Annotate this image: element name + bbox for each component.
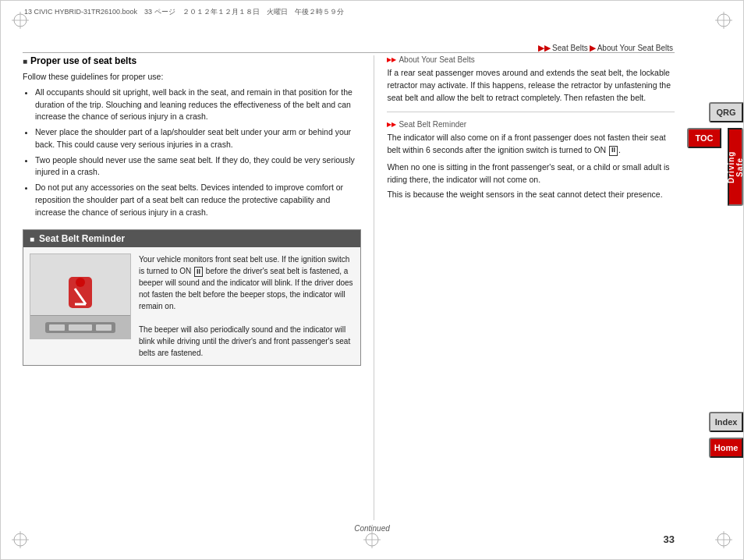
seatbelt-warning-icon: [61, 273, 100, 320]
breadcrumb: ▶▶ Seat Belts ▶ About Your Seat Belts: [538, 44, 673, 52]
tab-index[interactable]: Index: [709, 412, 743, 432]
file-bar-text: 13 CIVIC HYBRID-31TR26100.book 33 ページ ２０…: [24, 7, 344, 17]
reminder-section: Seat Belt Reminder: [23, 229, 361, 366]
breadcrumb-prefix: ▶▶: [538, 44, 551, 52]
right-body-2b: When no one is sitting in the front pass…: [387, 161, 675, 186]
right-column: About Your Seat Belts If a rear seat pas…: [374, 55, 675, 520]
breadcrumb-arrow: ▶: [590, 44, 596, 52]
reminder-body-text1: Your vehicle monitors front seat belt us…: [139, 253, 354, 312]
right-body-2a: The indicator will also come on if a fro…: [387, 132, 675, 157]
bullet-4: Do not put any accessories on the seat b…: [35, 182, 361, 218]
svg-rect-22: [96, 324, 112, 331]
right-body-2c: This is because the weight sensors in th…: [387, 189, 675, 201]
ignition-symbol-2: II: [609, 146, 618, 156]
page: 13 CIVIC HYBRID-31TR26100.book 33 ページ ２０…: [0, 0, 744, 560]
main-content: Proper use of seat belts Follow these gu…: [23, 55, 675, 520]
section-proper-use: Proper use of seat belts Follow these gu…: [23, 55, 361, 218]
corner-mark-bl: [12, 531, 29, 548]
right-header-1: About Your Seat Belts: [387, 55, 675, 64]
dashboard-icon: [41, 320, 119, 335]
reminder-image: [30, 253, 131, 339]
right-header-2: Seat Belt Reminder: [387, 120, 675, 129]
file-bar: 13 CIVIC HYBRID-31TR26100.book 33 ページ ２０…: [24, 7, 720, 17]
section1-title: Proper use of seat belts: [23, 55, 361, 66]
tab-qrg[interactable]: QRG: [709, 102, 743, 122]
ignition-symbol-1: II: [194, 267, 203, 277]
bullet-3: Two people should never use the same sea…: [35, 154, 361, 179]
reminder-body-text2: The beeper will also periodically sound …: [139, 324, 354, 359]
right-section-1: About Your Seat Belts If a rear seat pas…: [387, 55, 675, 104]
tab-toc[interactable]: TOC: [687, 128, 721, 148]
svg-rect-20: [49, 324, 65, 331]
page-number: 33: [664, 533, 675, 545]
corner-mark-br: [715, 531, 732, 548]
bullet-2: Never place the shoulder part of a lap/s…: [35, 126, 361, 151]
sidebar: QRG TOC Safe Driving Index Home: [687, 102, 743, 460]
continued-label: Continued: [354, 524, 390, 533]
section1-intro: Follow these guidelines for proper use:: [23, 71, 361, 83]
right-body-1: If a rear seat passenger moves around an…: [387, 67, 675, 104]
reminder-body: Your vehicle monitors front seat belt us…: [23, 247, 360, 365]
right-divider: [387, 112, 675, 112]
corner-mark-bc: [363, 531, 381, 548]
reminder-title: Seat Belt Reminder: [23, 230, 360, 247]
tab-safe-driving[interactable]: Safe Driving: [728, 128, 743, 206]
section1-bullets: All occupants should sit upright, well b…: [35, 87, 361, 219]
svg-rect-21: [69, 324, 92, 331]
bullet-1: All occupants should sit upright, well b…: [35, 87, 361, 123]
top-rule: [23, 52, 675, 53]
tab-home[interactable]: Home: [709, 438, 743, 458]
svg-point-16: [76, 278, 85, 287]
right-header-2-text: Seat Belt Reminder: [399, 120, 466, 129]
breadcrumb-item1: Seat Belts: [552, 44, 588, 52]
right-section-2: Seat Belt Reminder The indicator will al…: [387, 120, 675, 201]
reminder-text-block: Your vehicle monitors front seat belt us…: [139, 253, 354, 359]
right-header-1-text: About Your Seat Belts: [399, 55, 474, 64]
breadcrumb-item2: About Your Seat Belts: [597, 44, 673, 52]
left-column: Proper use of seat belts Follow these gu…: [23, 55, 374, 520]
